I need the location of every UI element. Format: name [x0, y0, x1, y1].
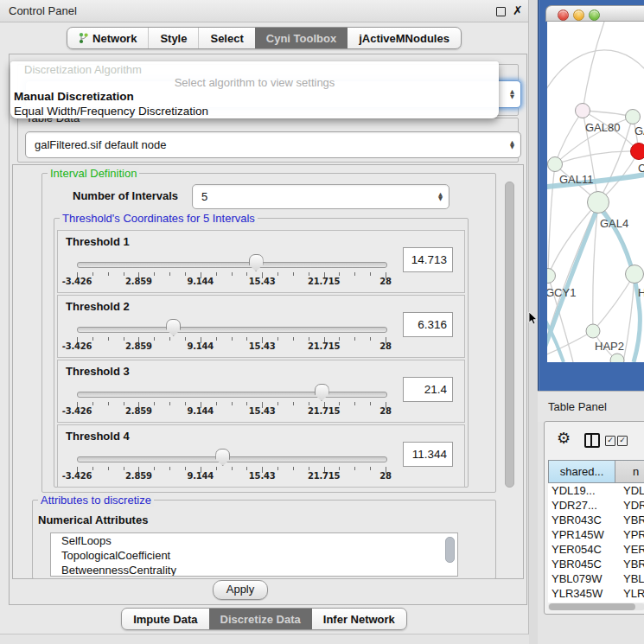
table-row[interactable]: YBL079WYBL0	[548, 571, 644, 586]
tick-mark	[92, 272, 93, 276]
tick-mark	[216, 272, 217, 276]
node-bottom[interactable]	[610, 354, 624, 362]
table-body[interactable]: YDL19...YDL1YDR27...YDR2YBR043CYBR0YPR14…	[548, 483, 644, 603]
tab-select[interactable]: Select	[198, 28, 254, 48]
number-of-intervals-combo[interactable]: 5 ▲▼	[192, 184, 450, 209]
chevron-updown-icon[interactable]: ▲▼	[438, 192, 443, 201]
column-header-name[interactable]: n	[615, 460, 644, 483]
apply-button[interactable]: Apply	[213, 580, 268, 600]
threshold-2-slider-thumb[interactable]	[166, 319, 181, 336]
node-top-right[interactable]	[626, 110, 641, 124]
table-row[interactable]: YIL052CYIL0	[548, 601, 644, 603]
cell-name[interactable]: YDL1	[616, 483, 644, 498]
checkbox-checked-icon[interactable]: ✓	[617, 436, 628, 446]
cell-name[interactable]: YBR0	[616, 557, 644, 571]
table-row[interactable]: YPR145WYPR1	[548, 527, 644, 542]
tab-style[interactable]: Style	[148, 28, 198, 48]
threshold-1-slider-track[interactable]	[77, 262, 387, 268]
threshold-2-slider-track[interactable]	[77, 327, 387, 333]
attribute-list-item[interactable]: BetweennessCentrality	[51, 563, 457, 577]
gear-icon[interactable]: ⚙	[557, 429, 571, 447]
threshold-3-slider-thumb[interactable]	[315, 384, 329, 401]
chevron-updown-icon[interactable]: ▲▼	[510, 140, 514, 150]
thresholds-group-label: Threshold's Coordinates for 5 Intervals	[60, 212, 258, 225]
close-icon[interactable]: ✗	[513, 3, 523, 17]
tick-mark	[370, 337, 371, 341]
cell-shared-name[interactable]: YDL19...	[548, 483, 616, 498]
threshold-3-value-field[interactable]	[403, 377, 453, 402]
table-horizontal-scrollbar[interactable]	[548, 603, 644, 610]
threshold-4-slider-thumb[interactable]	[215, 449, 230, 466]
cell-shared-name[interactable]: YBR043C	[548, 513, 616, 527]
node-gal11[interactable]	[548, 157, 563, 172]
tab-discretize-data[interactable]: Discretize Data	[209, 609, 312, 629]
cell-shared-name[interactable]: YIL052C	[548, 601, 616, 603]
threshold-2-value-field[interactable]	[403, 312, 453, 337]
tick-mark	[169, 272, 170, 276]
node-red-selected[interactable]	[631, 143, 644, 160]
node-hap2[interactable]	[586, 324, 600, 338]
threshold-4-slider-track[interactable]	[77, 456, 387, 462]
settings-vertical-scrollbar[interactable]	[505, 182, 514, 488]
bottom-tab-bar: Impute DataDiscretize DataInfer Network	[121, 608, 407, 630]
threshold-3-slider-track[interactable]	[77, 392, 387, 398]
close-traffic-light[interactable]	[558, 10, 569, 21]
cell-name[interactable]: YIL0	[616, 601, 644, 603]
network-canvas[interactable]: GAL80 GA C GAL11 GAL4 GCY1 H HAP2	[547, 22, 644, 362]
tick-mark	[293, 272, 294, 276]
cell-name[interactable]: YBR0	[616, 513, 644, 527]
cell-name[interactable]: YER0	[616, 542, 644, 557]
checkbox-checked-icon[interactable]: ✓	[605, 436, 615, 446]
tick-label: 15.43	[242, 341, 282, 351]
tab-infer-network[interactable]: Infer Network	[312, 609, 406, 629]
numerical-attributes-list[interactable]: SelfLoopsTopologicalCoefficientBetweenne…	[50, 532, 458, 577]
tick-mark	[293, 337, 294, 341]
table-row[interactable]: YDR27...YDR2	[548, 498, 644, 513]
cell-shared-name[interactable]: YER054C	[548, 542, 616, 557]
tab-network[interactable]: Network	[67, 28, 148, 48]
tick-mark	[92, 467, 93, 470]
table-row[interactable]: YDL19...YDL1	[548, 483, 644, 498]
node-gal4[interactable]	[588, 192, 609, 214]
table-row[interactable]: YER054CYER0	[548, 542, 644, 557]
attribute-list-item[interactable]: SelfLoops	[51, 533, 457, 548]
dropdown-option-equal-width-frequency[interactable]: Equal Width/Frequency Discretization	[13, 105, 496, 119]
attribute-list-item[interactable]: TopologicalCoefficient	[51, 548, 457, 563]
node-gal80[interactable]	[576, 104, 590, 118]
zoom-traffic-light[interactable]	[589, 10, 600, 21]
cell-name[interactable]: YDR2	[616, 498, 644, 513]
dropdown-option-manual-discretization[interactable]: Manual Discretization	[13, 90, 496, 105]
cell-shared-name[interactable]: YBL079W	[548, 571, 616, 586]
threshold-4-value-field[interactable]	[403, 442, 453, 467]
node-right-mid[interactable]	[626, 265, 644, 284]
cell-name[interactable]: YLR3	[616, 586, 644, 601]
float-window-icon[interactable]	[496, 7, 506, 16]
table-row[interactable]: YBR043CYBR0	[548, 513, 644, 527]
chevron-updown-icon[interactable]: ▲▼	[510, 90, 514, 99]
cell-name[interactable]: YBL0	[616, 571, 644, 586]
columns-icon[interactable]	[584, 433, 600, 448]
cell-shared-name[interactable]: YDR27...	[548, 498, 616, 513]
table-data-combo[interactable]: galFiltered.sif default node ▲▼	[25, 131, 521, 158]
cell-shared-name[interactable]: YPR145W	[548, 527, 616, 542]
tick-mark	[108, 337, 109, 341]
attributes-list-scrollbar[interactable]	[445, 537, 455, 563]
tick-mark	[354, 337, 355, 341]
tick-mark	[216, 337, 217, 341]
threshold-1-value-field[interactable]	[403, 247, 453, 272]
tab-jactivemnodules[interactable]: jActiveMNodules	[348, 28, 461, 48]
cell-shared-name[interactable]: YLR345W	[548, 586, 616, 601]
tab-cyni-toolbox[interactable]: Cyni Toolbox	[255, 28, 348, 48]
cell-shared-name[interactable]: YBR045C	[548, 557, 616, 571]
cell-name[interactable]: YPR1	[616, 527, 644, 542]
tab-impute-data[interactable]: Impute Data	[122, 609, 208, 629]
column-header-shared-name[interactable]: shared...	[548, 460, 615, 483]
tick-label: 21.715	[304, 341, 344, 351]
threshold-1-slider-thumb[interactable]	[249, 254, 264, 271]
minimize-traffic-light[interactable]	[573, 10, 584, 21]
table-hscrollbar-thumb[interactable]	[549, 603, 635, 610]
tick-label: -3.426	[57, 341, 97, 351]
table-row[interactable]: YBR045CYBR0	[548, 557, 644, 571]
node-gcy1[interactable]	[547, 269, 556, 284]
table-row[interactable]: YLR345WYLR3	[548, 586, 644, 601]
